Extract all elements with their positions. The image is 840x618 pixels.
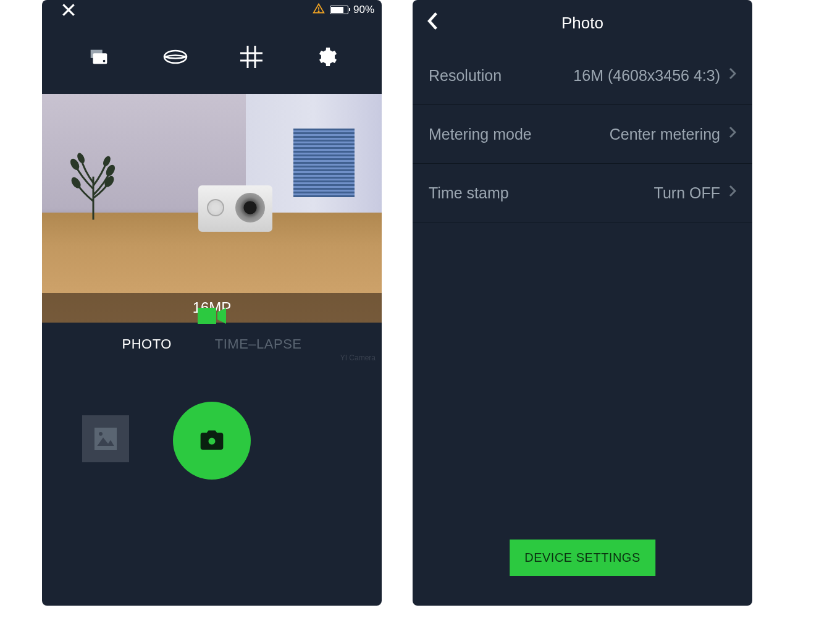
settings-value: Center metering bbox=[610, 125, 736, 143]
tab-timelapse[interactable]: TIME–LAPSE bbox=[215, 336, 302, 352]
svg-rect-3 bbox=[93, 53, 107, 64]
chevron-right-icon bbox=[729, 185, 736, 201]
settings-label: Metering mode bbox=[429, 125, 532, 143]
svg-marker-22 bbox=[217, 308, 226, 324]
svg-rect-16 bbox=[94, 428, 117, 450]
gallery-button[interactable] bbox=[82, 415, 129, 462]
settings-value: Turn OFF bbox=[654, 184, 736, 202]
camera-viewfinder[interactable]: 16MP bbox=[42, 94, 382, 323]
svg-point-4 bbox=[103, 60, 105, 62]
photo-settings-screen: Photo Resolution 16M (4608x3456 4:3) Met… bbox=[413, 0, 752, 606]
settings-row-metering[interactable]: Metering mode Center metering bbox=[413, 105, 752, 164]
grid-icon[interactable] bbox=[240, 46, 262, 68]
settings-header: Photo bbox=[413, 0, 752, 46]
back-icon[interactable] bbox=[426, 12, 439, 35]
settings-label: Time stamp bbox=[429, 184, 509, 202]
chevron-right-icon bbox=[729, 126, 736, 142]
battery-icon bbox=[330, 6, 348, 14]
camera-toolbar bbox=[42, 20, 382, 94]
chevron-right-icon bbox=[729, 67, 736, 83]
warning-icon bbox=[313, 2, 325, 18]
shutter-button[interactable] bbox=[173, 402, 251, 480]
page-title: Photo bbox=[561, 14, 603, 33]
close-icon[interactable] bbox=[61, 0, 77, 23]
settings-label: Resolution bbox=[429, 67, 502, 85]
watermark: YI Camera bbox=[340, 353, 376, 362]
aspect-ratio-icon[interactable] bbox=[87, 45, 111, 69]
svg-point-5 bbox=[164, 51, 187, 63]
battery-percent: 90% bbox=[353, 4, 374, 16]
lens-correction-icon[interactable] bbox=[163, 49, 188, 65]
svg-point-18 bbox=[99, 432, 103, 436]
device-settings-button[interactable]: DEVICE SETTINGS bbox=[510, 540, 655, 576]
settings-row-resolution[interactable]: Resolution 16M (4608x3456 4:3) bbox=[413, 46, 752, 105]
camera-app-screen: 90% bbox=[42, 0, 382, 606]
svg-point-1 bbox=[318, 11, 319, 11]
status-bar: 90% bbox=[42, 0, 382, 20]
mode-tabs: PHOTO TIME–LAPSE bbox=[42, 323, 382, 366]
gear-icon[interactable] bbox=[315, 46, 337, 68]
tab-photo[interactable]: PHOTO bbox=[122, 336, 171, 352]
settings-row-timestamp[interactable]: Time stamp Turn OFF bbox=[413, 164, 752, 222]
svg-rect-21 bbox=[198, 308, 216, 324]
settings-value: 16M (4608x3456 4:3) bbox=[573, 67, 736, 85]
video-mode-button[interactable] bbox=[198, 305, 226, 329]
